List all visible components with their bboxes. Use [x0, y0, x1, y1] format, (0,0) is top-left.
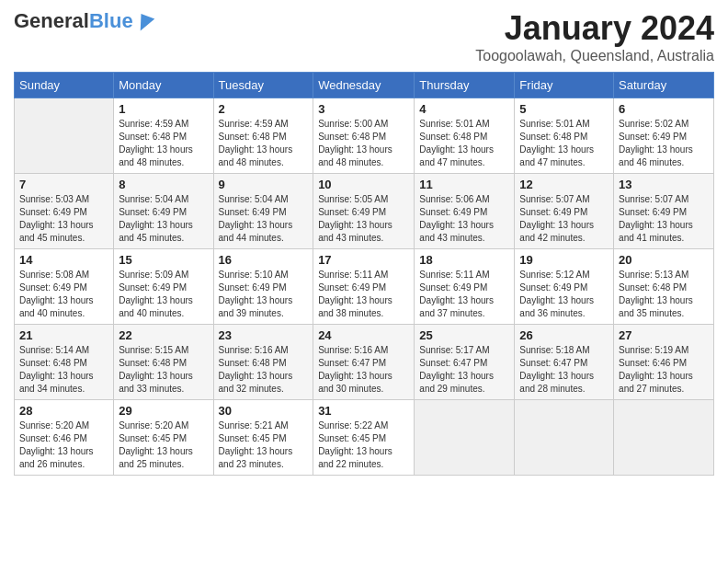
day-number: 19 — [519, 253, 609, 267]
day-info: Sunrise: 5:19 AMSunset: 6:46 PMDaylight:… — [619, 344, 709, 396]
calendar-cell: 21Sunrise: 5:14 AMSunset: 6:48 PMDayligh… — [15, 325, 114, 400]
calendar-cell — [515, 400, 614, 476]
calendar-cell: 29Sunrise: 5:20 AMSunset: 6:45 PMDayligh… — [114, 400, 213, 476]
day-info: Sunrise: 5:18 AMSunset: 6:47 PMDaylight:… — [519, 344, 609, 396]
day-info: Sunrise: 5:01 AMSunset: 6:48 PMDaylight:… — [419, 118, 509, 169]
calendar-cell — [415, 400, 515, 476]
header-cell-monday: Monday — [114, 73, 213, 98]
calendar-cell: 1Sunrise: 4:59 AMSunset: 6:48 PMDaylight… — [114, 98, 213, 174]
calendar-cell: 5Sunrise: 5:01 AMSunset: 6:48 PMDaylight… — [515, 98, 614, 174]
day-info: Sunrise: 5:04 AMSunset: 6:49 PMDaylight:… — [119, 193, 208, 245]
day-number: 9 — [219, 178, 309, 191]
calendar-cell: 27Sunrise: 5:19 AMSunset: 6:46 PMDayligh… — [614, 325, 714, 400]
calendar-cell: 26Sunrise: 5:18 AMSunset: 6:47 PMDayligh… — [515, 325, 614, 400]
calendar-body: 1Sunrise: 4:59 AMSunset: 6:48 PMDaylight… — [15, 98, 714, 476]
calendar-cell: 19Sunrise: 5:12 AMSunset: 6:49 PMDayligh… — [515, 249, 614, 325]
header-cell-thursday: Thursday — [415, 73, 515, 98]
week-row-5: 28Sunrise: 5:20 AMSunset: 6:46 PMDayligh… — [15, 400, 714, 476]
day-info: Sunrise: 5:09 AMSunset: 6:49 PMDaylight:… — [119, 269, 208, 320]
month-title: January 2024 — [475, 9, 714, 48]
day-number: 11 — [419, 178, 509, 191]
day-number: 3 — [318, 102, 409, 116]
day-info: Sunrise: 5:10 AMSunset: 6:49 PMDaylight:… — [219, 269, 309, 320]
day-info: Sunrise: 5:02 AMSunset: 6:49 PMDaylight:… — [619, 118, 709, 169]
calendar-cell: 18Sunrise: 5:11 AMSunset: 6:49 PMDayligh… — [415, 249, 515, 325]
week-row-4: 21Sunrise: 5:14 AMSunset: 6:48 PMDayligh… — [15, 325, 714, 400]
day-number: 6 — [619, 102, 709, 116]
week-row-1: 1Sunrise: 4:59 AMSunset: 6:48 PMDaylight… — [15, 98, 714, 174]
day-info: Sunrise: 5:03 AMSunset: 6:49 PMDaylight:… — [19, 193, 108, 245]
day-info: Sunrise: 5:11 AMSunset: 6:49 PMDaylight:… — [419, 269, 509, 320]
calendar-cell: 23Sunrise: 5:16 AMSunset: 6:48 PMDayligh… — [213, 325, 313, 400]
week-row-2: 7Sunrise: 5:03 AMSunset: 6:49 PMDaylight… — [15, 174, 714, 249]
day-number: 2 — [219, 102, 309, 116]
calendar-cell: 28Sunrise: 5:20 AMSunset: 6:46 PMDayligh… — [15, 400, 114, 476]
day-number: 31 — [318, 404, 409, 418]
calendar-cell: 20Sunrise: 5:13 AMSunset: 6:48 PMDayligh… — [614, 249, 714, 325]
day-number: 13 — [619, 178, 709, 191]
calendar-cell: 17Sunrise: 5:11 AMSunset: 6:49 PMDayligh… — [313, 249, 415, 325]
day-number: 18 — [419, 253, 509, 267]
day-info: Sunrise: 5:16 AMSunset: 6:48 PMDaylight:… — [219, 344, 309, 396]
header-cell-sunday: Sunday — [15, 73, 114, 98]
header-cell-friday: Friday — [515, 73, 614, 98]
title-block: January 2024 Toogoolawah, Queensland, Au… — [475, 9, 714, 64]
calendar-header: SundayMondayTuesdayWednesdayThursdayFrid… — [15, 73, 714, 98]
day-number: 30 — [219, 404, 309, 418]
day-number: 17 — [318, 253, 409, 267]
day-number: 25 — [419, 328, 509, 342]
calendar-cell: 12Sunrise: 5:07 AMSunset: 6:49 PMDayligh… — [515, 174, 614, 249]
day-number: 1 — [119, 102, 208, 116]
logo-general: General — [14, 9, 89, 33]
day-info: Sunrise: 5:12 AMSunset: 6:49 PMDaylight:… — [519, 269, 609, 320]
calendar-cell — [614, 400, 714, 476]
header-cell-wednesday: Wednesday — [313, 73, 415, 98]
calendar-cell: 3Sunrise: 5:00 AMSunset: 6:48 PMDaylight… — [313, 98, 415, 174]
page-header: General Blue January 2024 Toogoolawah, Q… — [14, 9, 714, 64]
day-info: Sunrise: 4:59 AMSunset: 6:48 PMDaylight:… — [219, 118, 309, 169]
day-info: Sunrise: 5:22 AMSunset: 6:45 PMDaylight:… — [318, 419, 409, 471]
day-info: Sunrise: 5:11 AMSunset: 6:49 PMDaylight:… — [318, 269, 409, 320]
day-number: 4 — [419, 102, 509, 116]
day-info: Sunrise: 5:05 AMSunset: 6:49 PMDaylight:… — [318, 193, 409, 245]
header-row: SundayMondayTuesdayWednesdayThursdayFrid… — [15, 73, 714, 98]
day-info: Sunrise: 5:15 AMSunset: 6:48 PMDaylight:… — [119, 344, 208, 396]
day-info: Sunrise: 5:01 AMSunset: 6:48 PMDaylight:… — [519, 118, 609, 169]
day-info: Sunrise: 5:16 AMSunset: 6:47 PMDaylight:… — [318, 344, 409, 396]
day-number: 29 — [119, 404, 208, 418]
calendar-cell: 11Sunrise: 5:06 AMSunset: 6:49 PMDayligh… — [415, 174, 515, 249]
calendar-cell: 9Sunrise: 5:04 AMSunset: 6:49 PMDaylight… — [213, 174, 313, 249]
day-info: Sunrise: 5:21 AMSunset: 6:45 PMDaylight:… — [219, 419, 309, 471]
calendar-cell: 13Sunrise: 5:07 AMSunset: 6:49 PMDayligh… — [614, 174, 714, 249]
calendar-cell: 14Sunrise: 5:08 AMSunset: 6:49 PMDayligh… — [15, 249, 114, 325]
location-subtitle: Toogoolawah, Queensland, Australia — [475, 48, 714, 64]
day-number: 22 — [119, 328, 208, 342]
calendar-cell: 2Sunrise: 4:59 AMSunset: 6:48 PMDaylight… — [213, 98, 313, 174]
day-info: Sunrise: 5:20 AMSunset: 6:46 PMDaylight:… — [19, 419, 108, 471]
day-number: 10 — [318, 178, 409, 191]
logo: General Blue — [14, 9, 154, 33]
calendar-cell: 24Sunrise: 5:16 AMSunset: 6:47 PMDayligh… — [313, 325, 415, 400]
day-info: Sunrise: 5:13 AMSunset: 6:48 PMDaylight:… — [619, 269, 709, 320]
calendar-cell: 4Sunrise: 5:01 AMSunset: 6:48 PMDaylight… — [415, 98, 515, 174]
header-cell-saturday: Saturday — [614, 73, 714, 98]
day-number: 24 — [318, 328, 409, 342]
day-info: Sunrise: 5:08 AMSunset: 6:49 PMDaylight:… — [19, 269, 108, 320]
calendar-table: SundayMondayTuesdayWednesdayThursdayFrid… — [14, 72, 714, 476]
day-number: 12 — [519, 178, 609, 191]
day-number: 21 — [19, 328, 108, 342]
calendar-cell: 6Sunrise: 5:02 AMSunset: 6:49 PMDaylight… — [614, 98, 714, 174]
day-number: 20 — [619, 253, 709, 267]
calendar-cell: 10Sunrise: 5:05 AMSunset: 6:49 PMDayligh… — [313, 174, 415, 249]
day-info: Sunrise: 5:07 AMSunset: 6:49 PMDaylight:… — [519, 193, 609, 245]
day-number: 14 — [19, 253, 108, 267]
calendar-cell: 15Sunrise: 5:09 AMSunset: 6:49 PMDayligh… — [114, 249, 213, 325]
day-number: 16 — [219, 253, 309, 267]
day-info: Sunrise: 4:59 AMSunset: 6:48 PMDaylight:… — [119, 118, 208, 169]
calendar-cell: 22Sunrise: 5:15 AMSunset: 6:48 PMDayligh… — [114, 325, 213, 400]
header-cell-tuesday: Tuesday — [213, 73, 313, 98]
week-row-3: 14Sunrise: 5:08 AMSunset: 6:49 PMDayligh… — [15, 249, 714, 325]
day-number: 28 — [19, 404, 108, 418]
day-number: 15 — [119, 253, 208, 267]
day-info: Sunrise: 5:20 AMSunset: 6:45 PMDaylight:… — [119, 419, 208, 471]
